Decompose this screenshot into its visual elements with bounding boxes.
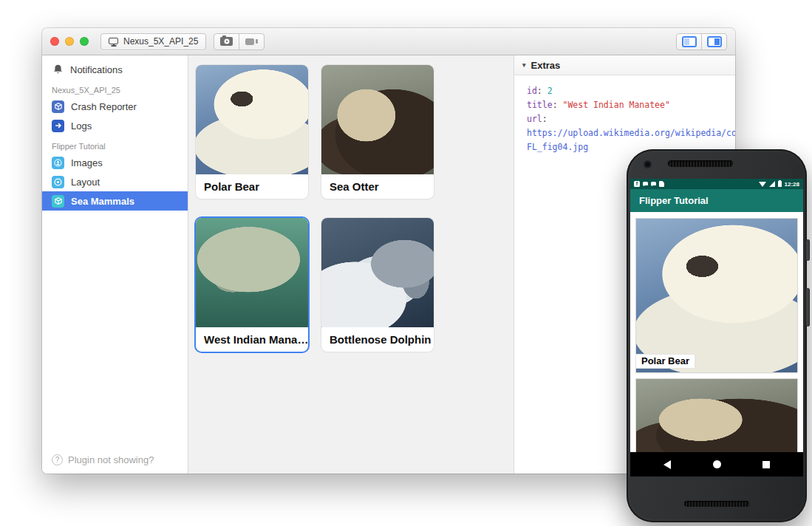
device-selector-button[interactable]: Nexus_5X_API_25 [100,33,206,50]
right-panel-icon [707,36,722,47]
window-toolbar: Nexus_5X_API_25 [42,28,735,55]
question-circle-icon: ? [52,454,63,465]
manatee-image [196,218,308,327]
close-button[interactable] [50,37,59,46]
android-navigation-bar [630,452,803,477]
facebook-notification-icon: f [634,181,640,187]
recents-button-icon[interactable] [762,461,770,468]
camera-icon [220,37,233,46]
android-card-sea-otter[interactable] [636,379,797,452]
card-title: West Indian Mana… [196,327,308,352]
card-polar-bear[interactable]: Polar Bear [196,65,308,199]
target-icon [52,176,64,188]
sidebar-item-notifications[interactable]: Notifications [42,60,188,79]
android-device-frame: f 12:28 Flipper Tutorial Polar Bear [627,149,807,522]
capture-button-group [214,33,265,50]
sidebar-item-sea-mammals[interactable]: Sea Mammals [42,191,188,211]
card-title: Bottlenose Dolphin [321,327,434,352]
power-button[interactable] [806,239,810,261]
plugin-help-label: Plugin not showing? [68,454,154,465]
sea-mammals-cube-icon [52,195,64,208]
monitor-icon [109,38,118,44]
maximize-button[interactable] [80,37,89,46]
sidebar-item-layout[interactable]: Layout [42,172,188,191]
wifi-icon [759,182,766,187]
extras-panel-header[interactable]: ▾ Extras [514,55,735,75]
earpiece-speaker [668,160,733,167]
code-line-title: title: "West Indian Manatee" [527,98,735,112]
crash-reporter-cube-icon [52,100,64,113]
android-card-label: Polar Bear [636,355,695,368]
sidebar-item-logs[interactable]: Logs [42,116,188,135]
sidebar-section-app: Flipper Tutorial [42,135,188,153]
left-panel-icon [682,36,697,47]
back-button-icon[interactable] [663,460,671,469]
polar-bear-image [636,219,797,372]
sidebar-item-crash-reporter[interactable]: Crash Reporter [42,97,188,116]
bottom-speaker [684,501,749,507]
screen-record-button[interactable] [239,33,265,50]
card-west-indian-manatee[interactable]: West Indian Mana… [196,218,308,352]
volume-button[interactable] [806,288,810,327]
desktop-background: { "toolbar": { "device_selector_label": … [0,0,812,526]
extras-panel-title: Extras [531,60,561,71]
sea-otter-image [321,65,434,174]
right-panel-toggle-button[interactable] [701,33,727,50]
android-app-bar: Flipper Tutorial [630,189,803,212]
android-screen: f 12:28 Flipper Tutorial Polar Bear [630,179,803,477]
sidebar-item-label: Layout [71,177,100,188]
extras-json-view: id: 2 title: "West Indian Manatee" url: … [514,75,735,154]
front-camera-dot [645,162,650,167]
panel-toggle-group [676,33,727,50]
device-selector-label: Nexus_5X_API_25 [123,36,198,47]
card-sea-otter[interactable]: Sea Otter [321,65,434,199]
card-bottlenose-dolphin[interactable]: Bottlenose Dolphin [321,218,434,352]
minimize-button[interactable] [65,37,74,46]
plugin-sidebar: Notifications Nexus_5X_API_25 Crash Repo… [42,55,188,474]
plugin-help-link[interactable]: ? Plugin not showing? [52,454,154,465]
android-status-bar: f 12:28 [630,179,803,189]
message-notification-icon [651,182,656,187]
sidebar-item-label: Crash Reporter [71,101,137,112]
code-line-url-value: https://upload.wikimedia.org/wikipedia/c… [527,126,735,140]
user-circle-icon [52,157,64,169]
left-panel-toggle-button[interactable] [676,33,702,50]
sidebar-item-label: Logs [71,120,92,132]
dolphin-image [321,218,434,327]
bell-icon [52,64,64,75]
sidebar-item-label: Sea Mammals [71,196,134,207]
polar-bear-image [196,65,308,174]
tag-notification-icon [659,181,664,187]
message-notification-icon [643,182,648,187]
video-camera-icon [245,38,254,45]
home-button-icon[interactable] [713,460,721,468]
card-title: Polar Bear [196,174,308,199]
sidebar-item-label: Notifications [70,64,123,75]
arrow-right-icon [52,120,64,132]
android-app-content: Polar Bear [630,212,803,452]
screenshot-button[interactable] [214,33,239,50]
card-title: Sea Otter [321,174,434,199]
sea-mammals-card-grid: Polar Bear Sea Otter West Indian Mana… B… [188,55,514,474]
cell-signal-icon [769,181,775,187]
sidebar-section-device: Nexus_5X_API_25 [42,79,188,97]
chevron-down-icon: ▾ [522,61,526,69]
sidebar-item-images[interactable]: Images [42,153,188,172]
app-bar-title: Flipper Tutorial [639,195,709,206]
sidebar-item-label: Images [71,157,103,168]
status-clock: 12:28 [785,181,799,188]
android-card-polar-bear[interactable]: Polar Bear [636,219,797,372]
code-line-id: id: 2 [527,84,735,98]
code-line-url-key: url: [527,112,735,126]
battery-icon [778,181,782,187]
window-controls [50,37,89,46]
